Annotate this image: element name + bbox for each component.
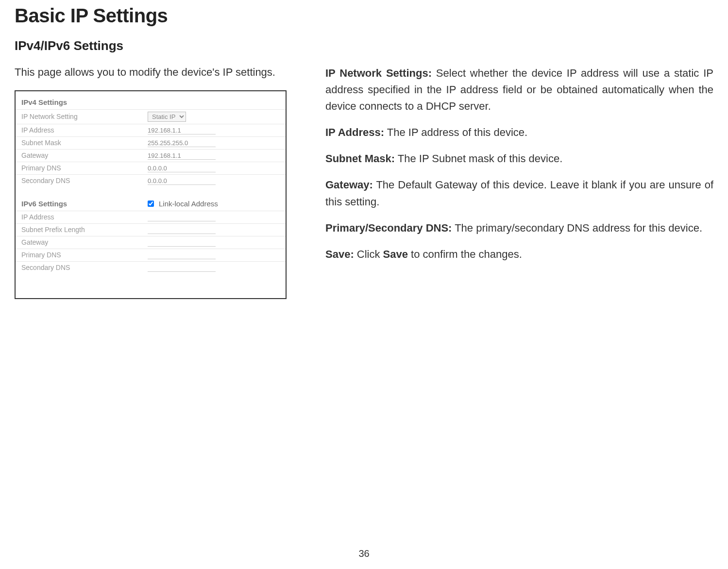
- label-ipv6-address: IP Address: [21, 213, 148, 221]
- label-ipv6-gateway: Gateway: [21, 238, 148, 246]
- input-ipv6-prefix[interactable]: [148, 226, 216, 234]
- input-gateway[interactable]: [148, 152, 216, 160]
- row-ipv6-sdns: Secondary DNS: [16, 261, 286, 274]
- input-primary-dns[interactable]: [148, 165, 216, 172]
- page-title-h1: Basic IP Settings: [15, 5, 713, 27]
- left-column: This page allows you to modify the devic…: [15, 65, 287, 299]
- page-title-h2: IPv4/IPv6 Settings: [15, 38, 713, 53]
- desc-dns-label: Primary/Secondary DNS:: [325, 222, 452, 234]
- link-local-checkbox[interactable]: [148, 201, 154, 207]
- desc-ip-network-settings: IP Network Settings: Select whether the …: [325, 65, 713, 115]
- desc-subnet-text: The IP Subnet mask of this device.: [395, 152, 562, 165]
- desc-ipnet-label: IP Network Settings:: [325, 67, 432, 79]
- link-local-text: Link-local Address: [159, 200, 218, 208]
- row-gateway: Gateway: [16, 149, 286, 162]
- input-ip-address[interactable]: [148, 127, 216, 134]
- right-column: IP Network Settings: Select whether the …: [325, 65, 713, 299]
- input-secondary-dns[interactable]: [148, 177, 216, 185]
- row-ipv6-prefix: Subnet Prefix Length: [16, 223, 286, 236]
- label-subnet-mask: Subnet Mask: [21, 139, 148, 147]
- desc-gateway: Gateway: The Default Gateway of this dev…: [325, 177, 713, 210]
- desc-subnet-label: Subnet Mask:: [325, 152, 395, 165]
- desc-ipaddr-label: IP Address:: [325, 126, 384, 138]
- row-secondary-dns: Secondary DNS: [16, 174, 286, 187]
- desc-ipaddr-text: The IP address of this device.: [384, 126, 527, 138]
- select-ip-network-setting[interactable]: Static IP: [148, 112, 186, 122]
- desc-save-label-b: Save: [383, 248, 408, 260]
- input-ipv6-pdns[interactable]: [148, 251, 216, 259]
- input-ipv6-address[interactable]: [148, 214, 216, 221]
- desc-subnet-mask: Subnet Mask: The IP Subnet mask of this …: [325, 151, 713, 167]
- label-ipv6-pdns: Primary DNS: [21, 251, 148, 259]
- row-ipv6-pdns: Primary DNS: [16, 249, 286, 261]
- row-ipv6-address: IP Address: [16, 211, 286, 223]
- input-subnet-mask[interactable]: [148, 139, 216, 147]
- label-primary-dns: Primary DNS: [21, 164, 148, 172]
- two-column-layout: This page allows you to modify the devic…: [15, 65, 713, 299]
- ipv4-heading: IPv4 Settings: [16, 95, 286, 109]
- label-secondary-dns: Secondary DNS: [21, 177, 148, 184]
- input-ipv6-sdns[interactable]: [148, 264, 216, 272]
- row-ipv6-gateway: Gateway: [16, 236, 286, 249]
- desc-ip-address: IP Address: The IP address of this devic…: [325, 124, 713, 141]
- desc-save-text-a: Click: [354, 248, 383, 260]
- row-ip-address: IP Address: [16, 124, 286, 136]
- label-gateway: Gateway: [21, 151, 148, 159]
- desc-save-text-b: to confirm the changes.: [408, 248, 522, 260]
- ipv6-heading: IPv6 Settings: [21, 200, 148, 208]
- intro-text: This page allows you to modify the devic…: [15, 65, 287, 80]
- label-ipv6-prefix: Subnet Prefix Length: [21, 226, 148, 234]
- link-local-checkbox-label[interactable]: Link-local Address: [148, 200, 218, 208]
- desc-dns-text: The primary/secondary DNS address for th…: [452, 222, 702, 234]
- desc-gateway-label: Gateway:: [325, 179, 373, 191]
- desc-dns: Primary/Secondary DNS: The primary/secon…: [325, 220, 713, 236]
- label-ip-network-setting: IP Network Setting: [21, 113, 148, 120]
- row-primary-dns: Primary DNS: [16, 162, 286, 174]
- row-ip-network-setting: IP Network Setting Static IP: [16, 109, 286, 124]
- desc-gateway-text: The Default Gateway of this device. Leav…: [325, 179, 713, 207]
- desc-save-label: Save:: [325, 248, 354, 260]
- label-ipv6-sdns: Secondary DNS: [21, 264, 148, 271]
- ipv6-heading-row: IPv6 Settings Link-local Address: [16, 197, 286, 211]
- desc-save: Save: Click Save to confirm the changes.: [325, 246, 713, 263]
- row-subnet-mask: Subnet Mask: [16, 136, 286, 149]
- input-ipv6-gateway[interactable]: [148, 239, 216, 247]
- page-number: 36: [0, 548, 728, 559]
- label-ip-address: IP Address: [21, 126, 148, 134]
- settings-screenshot: IPv4 Settings IP Network Setting Static …: [15, 90, 287, 299]
